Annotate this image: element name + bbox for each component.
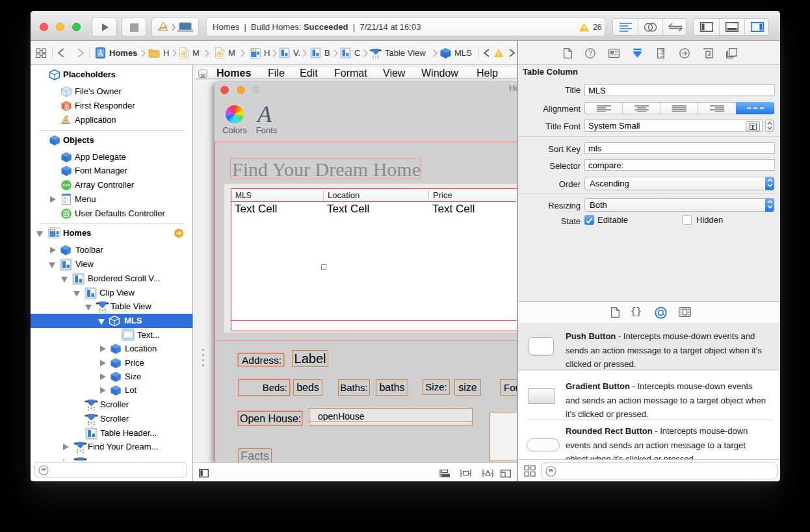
svg-text:?: ?	[588, 50, 592, 57]
